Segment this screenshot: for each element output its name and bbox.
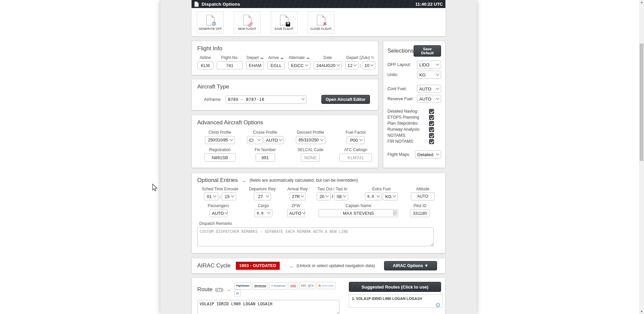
cruise-mode-select[interactable]: CI — [247, 136, 263, 144]
climb-profile-select[interactable]: 250/310/85 — [205, 136, 235, 144]
flightaware-link[interactable]: FlightAware — [234, 282, 251, 290]
sched-minute-select[interactable]: 15 — [222, 192, 236, 200]
save-flight-button[interactable]: SAVE FLIGHT — [271, 11, 298, 34]
arrive-input[interactable] — [267, 61, 285, 69]
registration-input[interactable] — [204, 153, 236, 162]
airframe-select[interactable]: B78X - B787-10 — [226, 96, 307, 104]
cruise-value-select[interactable]: AUTO — [264, 136, 283, 144]
extra-fuel-unit-select[interactable]: KG — [383, 192, 398, 200]
captain-name-input[interactable] — [319, 209, 398, 217]
arrival-rwy-label: Arrival Rwy — [287, 187, 308, 191]
dispatch-remarks-label: Dispatch Remarks — [199, 221, 440, 226]
fin-number-label: Fin Number — [255, 147, 276, 152]
sched-hour-select[interactable]: 01 — [204, 192, 218, 200]
eurofpl-link[interactable]: ℮ — [234, 290, 240, 297]
route-input[interactable]: VOLA1P IDRID L980 LOGAN LOGA1H — [197, 300, 339, 314]
page-title: Dispatch Options — [202, 2, 240, 7]
plan-stepclimbs-checkbox[interactable] — [429, 121, 434, 126]
fuel-factor-select[interactable]: P00 — [347, 136, 365, 144]
refresh-time-icon[interactable]: ↻ — [371, 55, 374, 60]
units-select[interactable]: KG — [417, 71, 441, 79]
depart-input[interactable] — [246, 61, 264, 69]
vertical-scrollbar[interactable] — [639, 0, 644, 314]
zulu-minute-select[interactable]: 10 — [362, 61, 375, 69]
document-icon — [194, 1, 199, 7]
descent-profile-select[interactable]: 85/310/250 — [296, 136, 325, 144]
extra-fuel-select[interactable]: 0.0 — [365, 192, 382, 200]
arrival-rwy-select[interactable]: 27R — [289, 192, 306, 200]
open-aircraft-editor-button[interactable]: Open Aircraft Editor — [321, 95, 370, 104]
dispatch-options-header: Dispatch Options 11:40:22 UTC — [192, 0, 445, 8]
alternate-select[interactable]: EGCC — [288, 61, 310, 69]
dispatch-page: Dispatch Options 11:40:22 UTC ⚙ GENERATE… — [160, 0, 477, 314]
taxi-in-select[interactable]: 08 — [334, 192, 348, 200]
grd-link[interactable]: GRD — [288, 282, 298, 290]
etops-planning-checkbox[interactable] — [429, 115, 434, 120]
depart-weather-icon[interactable]: ☁ — [260, 55, 264, 60]
airac-cycle-card: AIRAC Cycle 1903 - OUTDATED → (Unlock or… — [192, 258, 445, 273]
alternate-weather-icon[interactable]: ☁ — [306, 55, 310, 60]
airline-input[interactable] — [197, 61, 213, 69]
pilot-id-input[interactable] — [410, 209, 430, 217]
departure-rwy-label: Departure Rwy — [249, 187, 276, 191]
altitude-label: Altitude — [416, 187, 429, 191]
flight-maps-select[interactable]: Detailed — [415, 150, 441, 159]
alternate-label: Alternate☁ — [288, 55, 310, 60]
generate-ofp-button[interactable]: ⚙ GENERATE OFP — [197, 11, 224, 34]
save-default-button[interactable]: Save Default — [414, 45, 441, 57]
suggested-route-item[interactable]: 1. VOLA1P IDRID L980 LOGAN LOGA1H — [349, 294, 443, 308]
dispatch-remarks-textarea[interactable] — [197, 228, 434, 246]
passengers-select[interactable]: AUTO — [210, 209, 227, 217]
fir-notams-checkbox[interactable] — [429, 139, 434, 144]
fin-number-input[interactable] — [256, 153, 275, 162]
close-flight-button[interactable]: ✕ CLOSE FLIGHT — [308, 11, 334, 34]
document-eraser-icon — [243, 15, 252, 25]
optional-entries-title: Optional Entries — [197, 177, 238, 184]
routefinder-link[interactable]: RouteFinder — [269, 282, 287, 290]
taxi-out-select[interactable]: 20 — [317, 192, 331, 200]
descent-profile-label: Descent Profile — [297, 130, 324, 135]
flight-no-input[interactable] — [217, 61, 243, 69]
passengers-label: Passengers — [208, 203, 229, 208]
reserve-fuel-select[interactable]: AUTO — [417, 95, 441, 103]
ofp-layout-label: OFP Layout: — [387, 62, 411, 67]
airac-note: (Unlock or select updated navigation dat… — [297, 263, 375, 268]
reserve-fuel-label: Reserve Fuel: — [387, 97, 414, 101]
route-help-link[interactable]: ((?)) — [215, 287, 223, 292]
altitude-input[interactable] — [411, 192, 435, 200]
departure-rwy-select[interactable]: 27 — [254, 192, 271, 200]
date-select[interactable]: 24AUG20 — [314, 61, 342, 69]
zulu-hour-select[interactable]: 12 — [345, 61, 359, 69]
crew-list-icon[interactable] — [393, 210, 397, 215]
route-preview-icon[interactable] — [436, 303, 440, 307]
extra-fuel-label: Extra Fuel — [372, 187, 391, 191]
autorouter-link[interactable]: autorouter — [317, 282, 336, 289]
arrive-weather-icon[interactable]: ☁ — [280, 55, 284, 60]
fuel-factor-label: Fuel Factor — [345, 130, 366, 135]
scroll-up-arrow-icon[interactable] — [639, 0, 644, 5]
depart-label: Depart☁ — [247, 55, 264, 60]
edi-gla-link[interactable]: edi-gla — [299, 282, 315, 289]
selcal-code-input[interactable] — [301, 153, 320, 162]
scroll-down-arrow-icon[interactable] — [639, 309, 644, 314]
notams-checkbox[interactable] — [429, 133, 434, 138]
zfw-select[interactable]: AUTO — [287, 209, 305, 217]
ofp-layout-select[interactable]: LIDO — [417, 61, 441, 69]
new-flight-button[interactable]: NEW FLIGHT — [234, 11, 261, 34]
detailed-navlog-checkbox[interactable] — [429, 109, 434, 114]
cont-fuel-select[interactable]: AUTO — [417, 85, 441, 93]
atc-callsign-input[interactable] — [339, 153, 372, 162]
scrollbar-thumb[interactable] — [640, 44, 643, 161]
skyvector-link[interactable]: SkyVector — [253, 282, 268, 290]
atc-callsign-label: ATC Callsign — [344, 147, 367, 152]
cont-fuel-label: Cont Fuel: — [387, 86, 407, 91]
arrive-label: Arrive☁ — [268, 55, 284, 60]
optional-entries-note: (fields are automatically calculated, bu… — [250, 178, 358, 183]
airac-options-button[interactable]: AIRAC Options ▼ — [384, 261, 437, 270]
cargo-select[interactable]: 0.0 — [255, 209, 272, 217]
runway-analysis-checkbox[interactable] — [429, 127, 434, 132]
airframe-label: Airframe: — [204, 97, 222, 102]
suggested-routes-button[interactable]: Suggested Routes (Click to use) — [349, 282, 441, 292]
registration-label: Registration — [209, 147, 230, 152]
selections-title: Selections — [387, 48, 414, 54]
